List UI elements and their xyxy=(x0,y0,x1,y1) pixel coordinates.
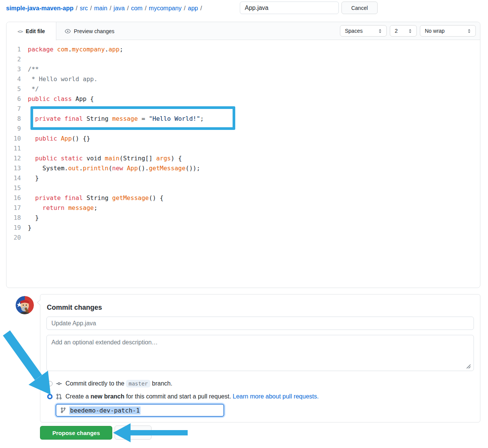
indent-size-value: 2 xyxy=(395,28,398,34)
cancel-edit-button[interactable]: Cancel xyxy=(341,2,378,14)
code-line[interactable]: 11 xyxy=(6,144,480,154)
code-text: public App() {} xyxy=(21,134,90,144)
tab-preview-changes-label: Preview changes xyxy=(74,28,115,34)
commit-message-input[interactable] xyxy=(46,317,474,330)
code-line[interactable]: 4 * Hello world app. xyxy=(6,74,480,84)
code-icon: <> xyxy=(18,29,23,34)
eye-icon xyxy=(65,28,71,34)
commit-direct-radio[interactable] xyxy=(47,381,53,386)
code-line[interactable]: 3/** xyxy=(6,64,480,74)
commit-direct-option[interactable]: Commit directly to themasterbranch. xyxy=(47,377,319,390)
new-branch-option[interactable]: Create a new branch for this commit and … xyxy=(47,390,319,403)
code-text: } xyxy=(21,213,39,223)
code-line[interactable]: 15 xyxy=(6,183,480,193)
commit-options: Commit directly to themasterbranch. Crea… xyxy=(47,377,319,403)
code-text: System.out.println(new App().getMessage(… xyxy=(21,163,200,173)
code-text xyxy=(21,104,28,114)
code-line[interactable]: 16 private final String getMessage() { xyxy=(6,193,480,203)
new-branch-radio[interactable] xyxy=(47,394,53,399)
breadcrumb-segment-com[interactable]: com xyxy=(131,5,142,12)
code-line[interactable]: 17 return message; xyxy=(6,203,480,213)
code-text xyxy=(21,54,28,64)
line-number: 10 xyxy=(6,134,21,144)
tab-preview-changes[interactable]: Preview changes xyxy=(56,22,123,40)
code-line[interactable]: 7 xyxy=(6,104,480,114)
commit-heading: Commit changes xyxy=(47,304,102,312)
wrap-mode-value: No wrap xyxy=(425,28,445,34)
avatar xyxy=(16,296,34,314)
filename-input[interactable] xyxy=(240,2,339,14)
breadcrumb-repo-link[interactable]: simple-java-maven-app xyxy=(6,5,73,12)
breadcrumb-segment-mycompany[interactable]: mycompany xyxy=(149,5,182,12)
new-branch-label: Create a new branch for this commit and … xyxy=(65,393,319,400)
line-number: 17 xyxy=(6,203,21,213)
code-line[interactable]: 14 } xyxy=(6,173,480,183)
chevron-updown-icon xyxy=(408,29,413,34)
breadcrumb-segment-src[interactable]: src xyxy=(80,5,88,12)
breadcrumb-segment-app[interactable]: app xyxy=(188,5,198,12)
bubble-caret xyxy=(37,299,40,306)
code-text: private final String getMessage() { xyxy=(21,193,163,203)
code-line[interactable]: 6public class App { xyxy=(6,94,480,104)
line-number: 6 xyxy=(6,94,21,104)
pull-request-icon xyxy=(56,394,62,400)
line-number: 16 xyxy=(6,193,21,203)
branch-chip: master xyxy=(126,380,151,387)
code-line[interactable]: 9 xyxy=(6,124,480,134)
code-text xyxy=(21,124,28,134)
code-line[interactable]: 1package com.mycompany.app; xyxy=(6,45,480,54)
commit-form: Commit changes Commit directly to themas… xyxy=(40,294,480,422)
editor-toolbar: <> Edit file Preview changes Spaces 2 No… xyxy=(6,22,480,40)
code-line[interactable]: 19} xyxy=(6,223,480,233)
line-number: 13 xyxy=(6,163,21,173)
code-line[interactable]: 12 public static void main(String[] args… xyxy=(6,154,480,163)
code-lines[interactable]: 1package com.mycompany.app;23/**4 * Hell… xyxy=(6,45,480,243)
wrap-mode-select[interactable]: No wrap xyxy=(420,25,476,37)
code-text: } xyxy=(21,223,32,233)
line-number: 14 xyxy=(6,173,21,183)
code-line[interactable]: 2 xyxy=(6,54,480,64)
line-number: 2 xyxy=(6,54,21,64)
breadcrumb: simple-java-maven-app / src / main / jav… xyxy=(6,0,204,17)
code-text: */ xyxy=(21,84,39,94)
code-editor[interactable]: 1package com.mycompany.app;23/**4 * Hell… xyxy=(6,40,480,243)
code-line[interactable]: 5 */ xyxy=(6,84,480,94)
cancel-commit-button[interactable]: Cancel xyxy=(115,426,152,440)
chevron-updown-icon xyxy=(378,29,383,34)
indent-mode-select[interactable]: Spaces xyxy=(340,25,387,37)
code-text: * Hello world app. xyxy=(21,74,97,84)
line-number: 11 xyxy=(6,144,21,154)
code-text xyxy=(21,233,28,243)
breadcrumb-separator: / xyxy=(88,5,94,12)
code-text xyxy=(21,144,28,154)
branch-name-value: beedemo-dev-patch-1 xyxy=(69,406,140,414)
code-text: } xyxy=(21,173,39,183)
pull-request-help-link[interactable]: Learn more about pull requests. xyxy=(233,393,319,400)
line-number: 18 xyxy=(6,213,21,223)
line-number: 9 xyxy=(6,124,21,134)
code-line[interactable]: 10 public App() {} xyxy=(6,134,480,144)
breadcrumb-segment-main[interactable]: main xyxy=(94,5,107,12)
code-text: public class App { xyxy=(21,94,94,104)
file-editor-panel: <> Edit file Preview changes Spaces 2 No… xyxy=(6,22,480,288)
breadcrumb-segment-java[interactable]: java xyxy=(113,5,124,12)
code-line[interactable]: 13 System.out.println(new App().getMessa… xyxy=(6,163,480,173)
propose-changes-button[interactable]: Propose changes xyxy=(40,426,112,440)
indent-size-select[interactable]: 2 xyxy=(390,25,417,37)
breadcrumb-separator: / xyxy=(182,5,188,12)
line-number: 3 xyxy=(6,64,21,74)
code-text: package com.mycompany.app; xyxy=(21,45,123,54)
breadcrumb-separator: / xyxy=(107,5,113,12)
breadcrumb-separator: / xyxy=(198,5,204,12)
branch-name-input[interactable]: beedemo-dev-patch-1 xyxy=(56,404,224,417)
code-text: /** xyxy=(21,64,39,74)
code-line[interactable]: 8 private final String message = "Hello … xyxy=(6,114,480,124)
code-line[interactable]: 20 xyxy=(6,233,480,243)
commit-icon xyxy=(56,381,62,387)
code-line[interactable]: 18 } xyxy=(6,213,480,223)
tab-edit-file[interactable]: <> Edit file xyxy=(6,22,56,40)
line-number: 12 xyxy=(6,154,21,163)
code-text xyxy=(21,183,28,193)
line-number: 19 xyxy=(6,223,21,233)
commit-description-textarea[interactable] xyxy=(46,335,474,371)
